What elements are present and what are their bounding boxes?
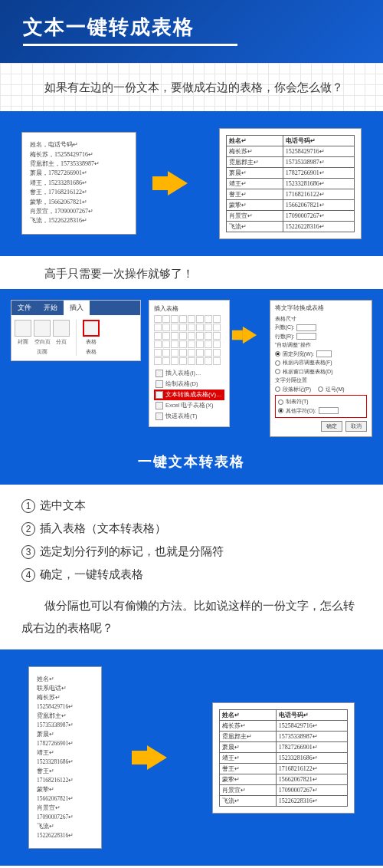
separator-highlight: 制表符(T) 其他字符(O): bbox=[275, 395, 367, 419]
tab-file[interactable]: 文件 bbox=[11, 301, 38, 315]
intro-text: 如果有左边的一份文本，要做成右边的表格，你会怎么做？ bbox=[21, 77, 362, 99]
word-caption: 一键文本转表格 bbox=[0, 443, 383, 485]
word-screenshot-panel: 文件 开始 插入 封面 空白页 分页 页面 bbox=[0, 289, 383, 444]
ok-button[interactable]: 确定 bbox=[321, 421, 342, 432]
page-title: 文本一键转成表格 bbox=[23, 14, 360, 41]
radio-other[interactable] bbox=[278, 408, 283, 413]
menu-excel[interactable]: Excel 电子表格(X) bbox=[154, 400, 224, 411]
menu-draw-table[interactable]: 绘制表格(D) bbox=[154, 379, 224, 390]
tab-home[interactable]: 开始 bbox=[38, 301, 64, 315]
tab-insert[interactable]: 插入 bbox=[64, 301, 90, 315]
step-1: 1选中文本 bbox=[21, 494, 362, 517]
arrow-icon bbox=[243, 326, 257, 343]
menu-quick-table[interactable]: 快速表格(T) bbox=[154, 411, 224, 422]
text-document-before-2: 姓名↵联系电话↵梅长苏↵15258429716↵霓凰郡主↵15735338987… bbox=[28, 666, 102, 849]
arrow-icon bbox=[168, 171, 188, 196]
intro-section: 如果有左边的一份文本，要做成右边的表格，你会怎么做？ bbox=[0, 63, 383, 111]
cover-icon[interactable] bbox=[15, 320, 31, 337]
word-ribbon: 文件 开始 插入 封面 空白页 分页 页面 bbox=[11, 300, 141, 361]
cancel-button[interactable]: 取消 bbox=[345, 421, 367, 432]
cols-input[interactable] bbox=[296, 324, 316, 331]
blank-page-icon[interactable] bbox=[34, 320, 51, 337]
rows-input[interactable] bbox=[296, 333, 316, 340]
steps-list: 1选中文本 2插入表格（文本转表格） 3选定划分行列的标记，也就是分隔符 4确定… bbox=[0, 485, 383, 590]
caption-1: 高手只需要一次操作就够了！ bbox=[0, 256, 383, 289]
radio-fixed[interactable] bbox=[275, 351, 280, 357]
table-button-icon[interactable] bbox=[83, 320, 100, 337]
ribbon-group-table: 表格 表格 bbox=[83, 320, 100, 356]
example-panel-1: 姓名，电话号码↵梅长苏，15258429716↵霓凰郡主，15735338987… bbox=[0, 111, 383, 256]
title-underline bbox=[23, 44, 237, 46]
step-4: 4确定，一键转成表格 bbox=[21, 563, 362, 586]
convert-dialog: 将文字转换成表格 表格尺寸 列数(C): 行数(R): "自动调整"操作 固定列… bbox=[270, 300, 372, 438]
menu-convert-text[interactable]: 文本转换成表格(V)… bbox=[154, 390, 224, 400]
grid-picker-title: 插入表格 bbox=[154, 305, 224, 313]
table-grid-picker: 插入表格 插入表格(I)… 绘制表格(D) 文本转换成表格(V)… Excel … bbox=[149, 300, 230, 427]
step-3: 3选定划分行列的标记，也就是分隔符 bbox=[21, 540, 362, 563]
radio-tab[interactable] bbox=[278, 399, 283, 405]
table-result-after: 姓名↵电话号码↵梅长苏↵15258429716↵霓凰郡主↵15735338987… bbox=[219, 128, 362, 239]
radio-para[interactable] bbox=[275, 386, 280, 392]
step-2: 2插入表格（文本转表格） bbox=[21, 517, 362, 540]
example-panel-2: 姓名↵联系电话↵梅长苏↵15258429716↵霓凰郡主↵15735338987… bbox=[0, 649, 383, 866]
page-break-icon[interactable] bbox=[53, 320, 70, 337]
radio-window[interactable] bbox=[275, 369, 280, 374]
paragraph-2: 做分隔也可以有偷懒的方法。比如说这样的一份文字，怎么转成右边的表格呢？ bbox=[0, 590, 383, 649]
other-char-input[interactable] bbox=[319, 407, 339, 414]
arrow-icon bbox=[147, 745, 167, 770]
radio-content[interactable] bbox=[275, 360, 280, 366]
page-header: 文本一键转成表格 bbox=[0, 0, 383, 63]
table-result-after-2: 姓名↵电话号码↵梅长苏↵15258429716↵霓凰郡主↵15735338987… bbox=[212, 702, 355, 814]
dialog-title: 将文字转换成表格 bbox=[275, 304, 367, 312]
radio-comma[interactable] bbox=[318, 386, 323, 392]
ribbon-group-page: 封面 空白页 分页 页面 bbox=[15, 320, 70, 356]
text-document-before: 姓名，电话号码↵梅长苏，15258429716↵霓凰郡主，15735338987… bbox=[21, 132, 136, 235]
menu-insert-table[interactable]: 插入表格(I)… bbox=[154, 368, 224, 379]
